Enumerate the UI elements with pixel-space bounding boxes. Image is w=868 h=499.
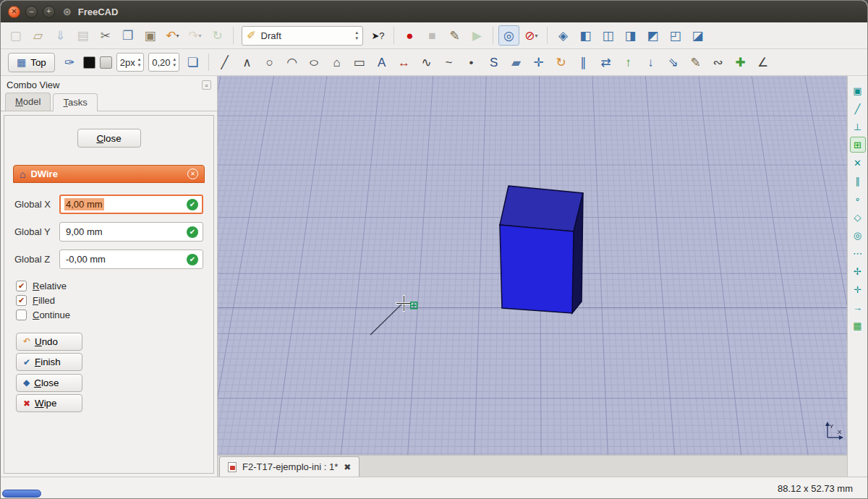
snap-toolbar: ▣ ╱ ⊥ ⊞ ✕ ∥	[847, 76, 867, 477]
draft-downgrade-icon[interactable]: ↓	[640, 52, 661, 72]
text-input[interactable]: 9,00 mm ✔	[59, 222, 203, 242]
continue-checkbox[interactable]: ✔ Continue	[16, 310, 202, 320]
tab-model[interactable]: Model	[5, 93, 51, 111]
cut-icon[interactable]: ✂	[95, 25, 116, 46]
right-view-icon[interactable]: ◨	[620, 25, 641, 46]
macro-edit-icon[interactable]: ✎	[444, 25, 465, 46]
checkbox-box[interactable]: ✔	[16, 310, 27, 320]
draft-add-point-icon[interactable]: ✚	[730, 52, 751, 72]
text-input[interactable]: 4,00 mm ✔	[59, 195, 203, 214]
snap-endpoint-icon[interactable]: ╱	[850, 101, 866, 116]
snap-perpendicular-icon[interactable]: ⊥	[850, 119, 866, 135]
draft-facebinder-icon[interactable]: ▰	[506, 52, 527, 72]
undo-icon[interactable]: ↶ ▾	[162, 25, 183, 46]
text-input[interactable]: -0,00 mm ✔	[59, 250, 203, 269]
autogroup-icon[interactable]: ❏	[182, 52, 203, 72]
overlay-scrollbar-thumb[interactable]	[2, 490, 41, 498]
snap-grid-icon[interactable]: ⊞	[850, 137, 866, 153]
bottom-view-icon[interactable]: ◰	[665, 25, 686, 46]
draft-shapestring-icon[interactable]: S	[483, 52, 504, 72]
snap-extension-icon[interactable]: →	[850, 299, 866, 315]
relative-checkbox[interactable]: ✔ Relative	[16, 281, 202, 291]
draft-dimension-icon[interactable]: ↔	[393, 52, 414, 72]
finish-task-button[interactable]: ✔ Finish	[16, 353, 82, 371]
copy-icon[interactable]: ❐	[117, 25, 138, 46]
draft-rotate-icon[interactable]: ↻	[550, 52, 571, 72]
stepper-arrows-icon[interactable]: ▴▾	[138, 56, 141, 67]
workbench-selector[interactable]: ✐ Draft ▴▾	[242, 26, 363, 46]
draft-circle-icon[interactable]: ○	[259, 52, 280, 72]
macro-play-icon[interactable]: ▶	[467, 25, 488, 46]
snap-near-icon[interactable]: ✢	[850, 263, 866, 279]
snap-circle-icon[interactable]: ◎	[850, 227, 866, 243]
maximize-window-button[interactable]: +	[43, 6, 55, 18]
draft-text-icon[interactable]: A	[371, 52, 392, 72]
close-document-icon[interactable]: ✖	[344, 462, 351, 472]
draft-slope-icon[interactable]: ∠	[752, 52, 773, 72]
stepper-arrows-icon[interactable]: ▴▾	[174, 56, 176, 67]
line-width-stepper[interactable]: 2px ▴▾	[116, 53, 144, 72]
snap-dimensions-icon[interactable]: ⋯	[850, 245, 866, 261]
draft-point-icon[interactable]: •	[461, 52, 482, 72]
save-icon[interactable]: ⇓	[50, 25, 71, 46]
close-window-button[interactable]: ✕	[8, 6, 20, 18]
macro-record-icon[interactable]: ●	[399, 25, 420, 46]
filled-checkbox[interactable]: ✔ Filled	[16, 295, 202, 306]
toggle-grid-icon[interactable]: ▦	[850, 317, 866, 333]
zoom-fit-icon[interactable]: ◎	[498, 25, 519, 46]
axonometric-view-icon[interactable]: ◈	[553, 25, 574, 46]
draft-rectangle-icon[interactable]: ▭	[349, 52, 370, 72]
draft-arc-icon[interactable]: ◠	[281, 52, 302, 72]
draft-trimex-icon[interactable]: ⇄	[595, 52, 616, 72]
rear-view-icon[interactable]: ◩	[642, 25, 663, 46]
text-scale-stepper[interactable]: 0,20 ▴▾	[148, 53, 179, 72]
undo-task-button[interactable]: ↶ Undo	[16, 333, 82, 351]
draft-polygon-icon[interactable]: ⌂	[326, 52, 347, 72]
macro-stop-icon[interactable]: ■	[422, 25, 443, 46]
top-view-icon[interactable]: ◫	[597, 25, 618, 46]
draft-scale-icon[interactable]: ⇘	[663, 52, 684, 72]
line-color-swatch[interactable]	[83, 56, 95, 69]
left-view-icon[interactable]: ◪	[687, 25, 708, 46]
whatsthis-icon[interactable]: ➤?	[367, 25, 388, 46]
close-task-button[interactable]: ◆ Close	[16, 374, 82, 392]
checkbox-box[interactable]: ✔	[16, 295, 27, 306]
draft-move-icon[interactable]: ✛	[528, 52, 549, 72]
clipping-plane-icon[interactable]: ⊘ ▾	[521, 25, 542, 46]
redo-icon[interactable]: ↷ ▾	[184, 25, 205, 46]
draft-bezier-icon[interactable]: ~	[438, 52, 459, 72]
close-tasks-button[interactable]: Close	[77, 129, 141, 148]
minimize-window-button[interactable]: –	[25, 6, 38, 18]
new-document-icon[interactable]: ▢	[5, 25, 26, 46]
refresh-icon[interactable]: ↻	[207, 25, 228, 46]
float-panel-icon[interactable]: ▫	[202, 80, 211, 90]
draft-ellipse-icon[interactable]: ○	[304, 52, 325, 72]
draft-edit-icon[interactable]: ✎	[685, 52, 706, 72]
face-color-swatch[interactable]	[100, 56, 112, 69]
construction-mode-icon[interactable]: ✑	[59, 52, 80, 72]
3d-viewport[interactable]: ⊞ Y X	[218, 76, 847, 455]
tab-tasks[interactable]: Tasks	[53, 93, 97, 111]
draft-wire-to-bspline-icon[interactable]: ∾	[707, 52, 728, 72]
front-view-icon[interactable]: ◧	[575, 25, 596, 46]
cube-object[interactable]	[498, 184, 599, 322]
paste-icon[interactable]: ▣	[140, 25, 161, 46]
document-tab[interactable]: F2-T17-ejemplo-ini : 1* ✖	[219, 456, 359, 477]
draft-wire-icon[interactable]: ∧	[237, 52, 258, 72]
snap-intersection-icon[interactable]: ✕	[850, 155, 866, 171]
draft-line-icon[interactable]: ╱	[214, 52, 235, 72]
snap-lock-icon[interactable]: ▣	[850, 82, 866, 98]
draft-offset-icon[interactable]: ∥	[573, 52, 594, 72]
draft-upgrade-icon[interactable]: ↑	[618, 52, 639, 72]
open-folder-icon[interactable]: ▱	[27, 25, 48, 46]
snap-midpoint-icon[interactable]: ∘	[850, 191, 866, 207]
snap-center-icon[interactable]: ◇	[850, 209, 866, 225]
checkbox-box[interactable]: ✔	[16, 281, 27, 291]
snap-ortho-icon[interactable]: ✛	[850, 281, 866, 297]
dwire-close-icon[interactable]: ✕	[187, 169, 198, 179]
wipe-task-button[interactable]: ✖ Wipe	[16, 394, 82, 412]
snap-parallel-icon[interactable]: ∥	[850, 173, 866, 189]
draft-bspline-icon[interactable]: ∿	[416, 52, 437, 72]
print-icon[interactable]: ▤	[72, 25, 93, 46]
working-plane-button[interactable]: ▦ Top	[8, 53, 55, 72]
